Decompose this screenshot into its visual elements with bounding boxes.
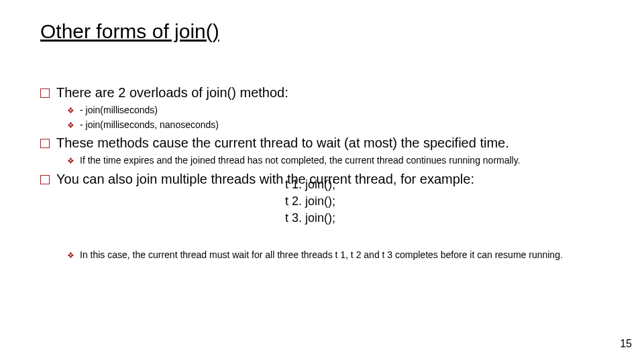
- slide-title: Other forms of join(): [40, 20, 219, 43]
- sub-bullet: ❖- join(milliseconds): [67, 105, 604, 117]
- diamond-icon: ❖: [67, 121, 74, 131]
- bullet-1: There are 2 overloads of join() method:: [40, 84, 604, 101]
- sub-bullet: ❖If the time expires and the joined thre…: [67, 155, 604, 167]
- code-line: t 2. join();: [285, 193, 604, 210]
- sub-bullet: ❖In this case, the current thread must w…: [67, 249, 604, 261]
- diamond-icon: ❖: [67, 156, 74, 166]
- bullet-2: These methods cause the current thread t…: [40, 135, 604, 151]
- bullet-text: You can also join multiple threads with …: [56, 172, 474, 186]
- bullet-text: In this case, the current thread must wa…: [80, 249, 563, 260]
- bullet-text: If the time expires and the joined threa…: [80, 155, 521, 166]
- square-icon: [40, 175, 50, 184]
- diamond-icon: ❖: [67, 251, 74, 261]
- diamond-icon: ❖: [67, 106, 74, 116]
- code-line: t 3. join();: [285, 210, 604, 227]
- slide: Other forms of join() There are 2 overlo…: [0, 0, 644, 362]
- sub-bullet: ❖- join(milliseconds, nanoseconds): [67, 119, 604, 131]
- slide-number: 15: [620, 338, 632, 350]
- bullet-text: - join(milliseconds, nanoseconds): [80, 119, 219, 130]
- bullet-text: There are 2 overloads of join() method:: [56, 85, 288, 100]
- bullet-text: These methods cause the current thread t…: [56, 135, 509, 150]
- square-icon: [40, 88, 50, 98]
- square-icon: [40, 139, 50, 148]
- slide-content: There are 2 overloads of join() method: …: [40, 80, 604, 264]
- bullet-text: - join(milliseconds): [80, 105, 158, 115]
